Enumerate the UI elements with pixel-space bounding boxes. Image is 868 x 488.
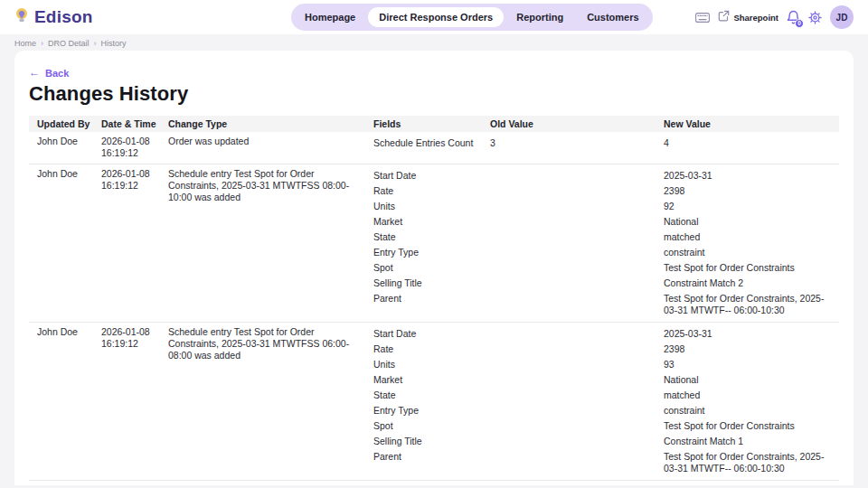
change-new-value: National (664, 214, 839, 228)
gear-icon[interactable] (808, 11, 822, 24)
cell-change-type: Schedule entry Test Spot for Order Const… (168, 484, 373, 485)
change-line: Start Date 2025-03-31 (373, 168, 839, 183)
breadcrumb-separator: › (41, 39, 43, 48)
change-field: Selling Title (373, 276, 490, 289)
change-new-value: 2025-03-31 (664, 168, 839, 182)
change-new-value: Test Spot for Order Constraints (664, 418, 839, 432)
cell-date-time: 2026-01-08 16:19:12 (101, 136, 168, 158)
change-line: State matched (373, 388, 839, 403)
cell-updated-by: John Doe (29, 326, 101, 474)
column-header-updated-by: Updated By (29, 118, 101, 129)
changes-history-card: ← Back Changes History Updated By Date &… (14, 51, 854, 485)
back-label: Back (45, 68, 69, 79)
change-new-value: 2398 (664, 183, 839, 197)
change-field: Units (373, 199, 490, 212)
change-field: Rate (373, 342, 490, 355)
bell-icon[interactable]: 0 (787, 10, 800, 25)
column-header-fields: Fields (373, 118, 490, 129)
external-link-icon (718, 9, 730, 25)
change-old-value (490, 434, 664, 436)
keyboard-icon[interactable] (695, 13, 710, 23)
change-line: Selling Title Constraint Match 2 (373, 276, 839, 291)
change-field: Entry Type (373, 245, 490, 258)
change-line: Market National (373, 372, 839, 388)
change-field: Start Date (373, 326, 490, 340)
change-new-value: matched (664, 230, 839, 243)
cell-change-type: Schedule entry Test Spot for Order Const… (168, 168, 373, 316)
change-old-value (490, 342, 664, 343)
column-header-date-time: Date & Time (101, 118, 168, 129)
change-new-value: 2025-03-31 (664, 326, 839, 340)
change-old-value: constraint_required (490, 484, 664, 485)
change-old-value (490, 372, 664, 374)
change-new-value: constraint (664, 484, 839, 485)
change-line: Units 92 (373, 199, 839, 214)
table-header-row: Updated By Date & Time Change Type Field… (29, 116, 839, 132)
cell-changes: State constraint_required constraint (373, 484, 839, 485)
change-field: Units (373, 357, 490, 371)
change-field: Selling Title (373, 434, 490, 447)
nav-item-customers[interactable]: Customers (576, 7, 649, 27)
change-old-value (490, 214, 664, 216)
breadcrumb-item-dro-detail[interactable]: DRO Detail (48, 39, 90, 48)
change-old-value (490, 260, 664, 262)
sharepoint-label: Sharepoint (733, 13, 778, 23)
sharepoint-link[interactable]: Sharepoint (718, 9, 778, 25)
back-button[interactable]: ← Back (29, 68, 69, 79)
notification-badge: 0 (795, 19, 804, 28)
history-table-body: John Doe 2026-01-08 16:19:12 Order was u… (29, 132, 839, 485)
column-header-new-value: New Value (664, 118, 839, 129)
cell-date: 2026-01-08 (101, 136, 150, 146)
cell-time: 16:19:12 (101, 338, 138, 349)
change-field: State (373, 230, 490, 243)
change-line: Start Date 2025-03-31 (373, 326, 839, 342)
change-field: Market (373, 214, 490, 228)
change-line: Entry Type constraint (373, 245, 839, 260)
navbar-actions: Sharepoint 0 JD (695, 5, 854, 29)
change-line: Parent Test Spot for Order Constraints, … (373, 449, 839, 474)
cell-time: 16:19:12 (101, 147, 138, 158)
cell-time: 16:19:12 (101, 180, 138, 191)
cell-changes: Schedule Entries Count 3 4 (373, 136, 839, 158)
breadcrumb-item-history[interactable]: History (101, 39, 127, 48)
top-navbar: Edison HomepageDirect Response OrdersRep… (0, 0, 868, 34)
change-new-value: 93 (664, 357, 839, 371)
table-row: John Doe 2026-01-08 16:19:12 Schedule en… (29, 323, 839, 481)
change-new-value: Test Spot for Order Constraints, 2025-03… (664, 449, 839, 474)
nav-item-homepage[interactable]: Homepage (294, 7, 366, 27)
change-line: Rate 2398 (373, 342, 839, 357)
avatar[interactable]: JD (830, 5, 854, 29)
change-old-value (490, 357, 664, 359)
nav-item-reporting[interactable]: Reporting (505, 7, 574, 27)
breadcrumb-item-home[interactable]: Home (14, 39, 36, 48)
change-field: Parent (373, 449, 490, 463)
main-nav: HomepageDirect Response OrdersReportingC… (291, 4, 653, 31)
change-old-value (490, 449, 664, 451)
cell-updated-by: John Doe (29, 484, 101, 485)
change-old-value (490, 230, 664, 231)
nav-item-direct-response-orders[interactable]: Direct Response Orders (368, 7, 504, 27)
change-line: Spot Test Spot for Order Constraints (373, 418, 839, 434)
change-field: Start Date (373, 168, 490, 182)
change-line: Spot Test Spot for Order Constraints (373, 260, 839, 276)
change-new-value: 4 (664, 136, 839, 149)
cell-updated-by: John Doe (29, 136, 101, 158)
logo[interactable]: Edison (14, 7, 93, 27)
change-field: Parent (373, 291, 490, 305)
cell-updated-by: John Doe (29, 168, 101, 316)
change-field: Spot (373, 418, 490, 432)
change-old-value (490, 245, 664, 247)
change-new-value: National (664, 372, 839, 386)
change-old-value: 3 (490, 136, 664, 149)
change-line: Selling Title Constraint Match 1 (373, 434, 839, 449)
change-old-value (490, 403, 664, 405)
change-new-value: Constraint Match 2 (664, 276, 839, 289)
change-line: Schedule Entries Count 3 4 (373, 136, 839, 151)
change-old-value (490, 276, 664, 277)
change-line: Rate 2398 (373, 183, 839, 199)
column-header-change-type: Change Type (168, 118, 373, 129)
change-line: Market National (373, 214, 839, 230)
page-title: Changes History (29, 82, 839, 106)
change-old-value (490, 326, 664, 328)
change-new-value: constraint (664, 403, 839, 417)
